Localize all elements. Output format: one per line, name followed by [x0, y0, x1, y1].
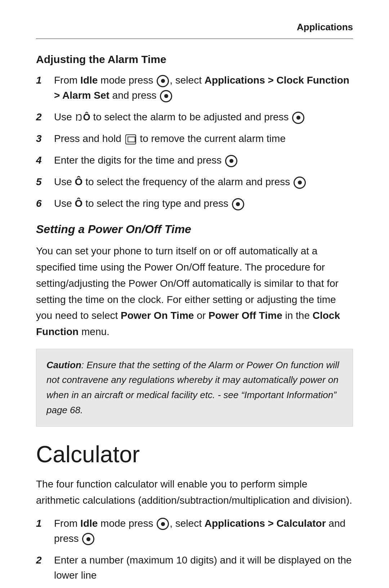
calculator-intro: The four function calculator will enable…: [36, 476, 353, 509]
calc-step-num-1: 1: [36, 516, 54, 531]
alarm-step-6: 6 Use Ô to select the ring type and pres…: [36, 196, 353, 211]
page-container: Applications Adjusting the Alarm Time 1 …: [0, 0, 389, 588]
alarm-step-1: 1 From Idle mode press , select Applicat…: [36, 73, 353, 103]
power-section: Setting a Power On/Off Time You can set …: [36, 223, 353, 427]
ok-btn-calc-1: [157, 518, 169, 530]
step-num-5: 5: [36, 174, 54, 190]
clear-button-icon: [125, 134, 136, 144]
ok-button-icon-5: [294, 177, 306, 189]
step-1-content: From Idle mode press , select Applicatio…: [54, 73, 353, 103]
alarm-steps-list: 1 From Idle mode press , select Applicat…: [36, 73, 353, 211]
step-num-6: 6: [36, 196, 54, 211]
nav-symbol-icon: Ŋ: [76, 111, 82, 125]
alarm-section-heading: Adjusting the Alarm Time: [36, 53, 353, 66]
calculator-steps-list: 1 From Idle mode press , select Applicat…: [36, 516, 353, 588]
step-6-content: Use Ô to select the ring type and press: [54, 196, 353, 211]
step-num-1: 1: [36, 73, 54, 88]
applications-label: Applications: [297, 22, 353, 32]
caution-label: Caution: [46, 360, 81, 370]
ok-button-icon-2: [160, 90, 172, 102]
ok-btn-calc-2: [82, 533, 94, 545]
alarm-step-5: 5 Use Ô to select the frequency of the a…: [36, 174, 353, 190]
alarm-section: Adjusting the Alarm Time 1 From Idle mod…: [36, 53, 353, 211]
ok-button-icon-6: [232, 198, 244, 210]
alarm-step-2: 2 Use ŊÔ to select the alarm to be adjus…: [36, 110, 353, 125]
ok-button-icon: [157, 75, 169, 87]
caution-text: : Ensure that the setting of the Alarm o…: [46, 360, 339, 415]
calc-step-2: 2 Enter a number (maximum 10 digits) and…: [36, 553, 353, 583]
step-4-content: Enter the digits for the time and press: [54, 153, 353, 168]
calc-step-2-content: Enter a number (maximum 10 digits) and i…: [54, 553, 353, 583]
calculator-section: Calculator The four function calculator …: [36, 441, 353, 588]
power-section-heading: Setting a Power On/Off Time: [36, 223, 353, 236]
calc-step-1: 1 From Idle mode press , select Applicat…: [36, 516, 353, 546]
step-5-content: Use Ô to select the frequency of the ala…: [54, 174, 353, 190]
calculator-heading: Calculator: [36, 441, 353, 468]
calc-step-1-content: From Idle mode press , select Applicatio…: [54, 516, 353, 546]
ok-button-icon-3: [292, 112, 304, 124]
alarm-step-4: 4 Enter the digits for the time and pres…: [36, 153, 353, 168]
step-3-content: Press and hold to remove the current ala…: [54, 131, 353, 146]
ok-button-icon-4: [225, 155, 237, 167]
step-2-content: Use ŊÔ to select the alarm to be adjuste…: [54, 110, 353, 125]
step-num-4: 4: [36, 153, 54, 168]
alarm-step-3: 3 Press and hold to remove the current a…: [36, 131, 353, 146]
power-section-intro: You can set your phone to turn itself on…: [36, 243, 353, 340]
calc-step-num-2: 2: [36, 553, 54, 568]
caution-box: Caution: Ensure that the setting of the …: [36, 349, 353, 427]
step-num-2: 2: [36, 110, 54, 125]
page-header: Applications: [36, 22, 353, 39]
step-num-3: 3: [36, 131, 54, 146]
